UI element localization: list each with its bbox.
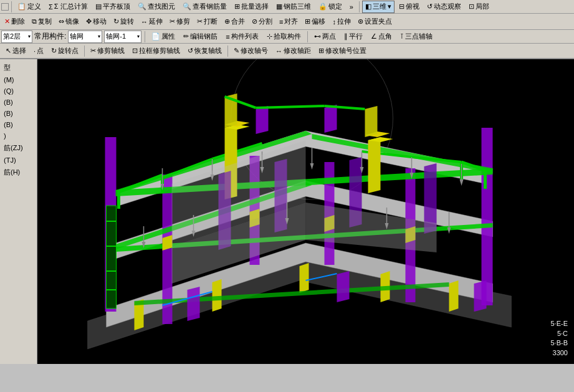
- parallel-button[interactable]: ∥ 平行: [341, 31, 366, 43]
- sidebar-item-type[interactable]: 型: [1, 62, 36, 74]
- axis-indicator: 5·E-E 5·C 5·B-B 3300: [550, 319, 568, 358]
- sidebar-item-tj[interactable]: (TJ): [1, 155, 36, 165]
- pin-button[interactable]: [1, 3, 9, 11]
- building-visualization: [37, 59, 574, 364]
- 3d-viewport[interactable]: 5·E-E 5·C 5·B-B 3300: [37, 59, 574, 364]
- frametrim-icon: ⊡: [132, 47, 138, 55]
- batch-icon: ⊞: [234, 2, 240, 11]
- extend-button[interactable]: 延伸: [138, 16, 166, 28]
- dynamic-obs-button[interactable]: ↺ 动态观察: [424, 1, 464, 13]
- restore-axis-button[interactable]: ↺ 恢复轴线: [184, 45, 225, 57]
- svg-marker-93: [325, 105, 337, 133]
- edit-axispos-button[interactable]: ⊞ 修改轴号位置: [315, 45, 370, 57]
- edit-rebar-button[interactable]: ✏ 编辑钢筋: [180, 31, 221, 43]
- edit-axisnumber-button[interactable]: ✎ 修改轴号: [231, 45, 271, 57]
- sidebar-item-q[interactable]: (Q): [1, 86, 36, 96]
- dynamic-icon: ↺: [427, 2, 433, 11]
- comptype-chevron-icon: ▾: [98, 34, 100, 39]
- mirror-button[interactable]: 镜像: [55, 16, 82, 28]
- properties-button[interactable]: 📄 属性: [148, 31, 178, 43]
- stretch-icon: [332, 18, 336, 26]
- sidebar-item-th[interactable]: 筋(H): [1, 166, 36, 178]
- find-icon: 🔍: [138, 2, 146, 11]
- copy-icon: [32, 17, 37, 26]
- sidebar-item-m[interactable]: (M): [1, 75, 36, 85]
- plan-view-button[interactable]: ⊟ 俯视: [396, 1, 423, 13]
- layer-chevron-icon: ▾: [28, 34, 31, 39]
- setpoint-button[interactable]: 设置夹点: [355, 16, 395, 28]
- separator5: [84, 45, 85, 57]
- lock-button[interactable]: 🔒 锁定: [315, 1, 345, 13]
- break-icon: ✂: [197, 17, 203, 26]
- sidebar-item-jzj[interactable]: 筋(ZJ): [1, 142, 36, 154]
- svg-marker-35: [368, 137, 381, 193]
- view-rebar-button[interactable]: 🔍 查看钢筋量: [179, 1, 230, 13]
- sidebar-item-close[interactable]: ): [1, 131, 36, 141]
- define-icon: 📋: [17, 2, 26, 11]
- svg-rect-9: [482, 128, 493, 187]
- copy-button[interactable]: 复制: [29, 16, 55, 28]
- steel3d-button[interactable]: ▦ 钢筋三维: [273, 1, 314, 13]
- twopoint-icon: ⊷: [314, 32, 321, 41]
- trimaxis-icon: ✂: [90, 47, 96, 55]
- point-button[interactable]: · 点: [31, 45, 47, 57]
- angle-icon: ∠: [371, 32, 377, 41]
- sum-button[interactable]: Σ Σ 汇总计算: [45, 1, 91, 13]
- break-button[interactable]: ✂ 打断: [194, 16, 221, 28]
- axis-grid-dropdown[interactable]: 轴网-1 ▾: [104, 31, 141, 43]
- frame-trim-button[interactable]: ⊡ 拉框修剪轴线: [129, 45, 183, 57]
- plan-icon: ⊟: [399, 2, 404, 11]
- restoreaxis-icon: ↺: [188, 47, 193, 55]
- trim-icon: [170, 17, 175, 26]
- component-list-button[interactable]: ≡ 构件列表: [222, 31, 261, 43]
- svg-marker-78: [449, 280, 459, 312]
- offset-button[interactable]: 偏移: [302, 16, 328, 28]
- pick-icon: ⊹: [267, 32, 272, 41]
- two-point-button[interactable]: ⊷ 两点: [311, 31, 339, 43]
- join-icon: [224, 17, 230, 26]
- three-point-aux-button[interactable]: ⊺ 三点辅轴: [397, 31, 436, 43]
- layer-dropdown[interactable]: 第2层 ▾: [1, 31, 32, 43]
- flatboard-button[interactable]: ▤ 平齐板顶: [92, 1, 133, 13]
- rotate-point-button[interactable]: ↻ 旋转点: [48, 45, 82, 57]
- lock-icon: 🔒: [318, 2, 327, 11]
- sidebar-item-b2[interactable]: (B): [1, 108, 36, 118]
- find-button[interactable]: 🔍 查找图元: [135, 1, 178, 13]
- svg-marker-76: [300, 263, 309, 293]
- local-view-button[interactable]: ⊡ 局部: [466, 1, 492, 13]
- point-icon: ·: [34, 47, 36, 55]
- rotate-button[interactable]: 旋转: [110, 16, 137, 28]
- local-icon: ⊡: [469, 2, 474, 11]
- 3d-view-button[interactable]: ◧ 三维▾: [362, 1, 395, 13]
- point-angle-button[interactable]: ∠ 点角: [368, 31, 395, 43]
- rebar-icon: 🔍: [183, 2, 191, 11]
- join-button[interactable]: 合并: [221, 16, 248, 28]
- component-type-dropdown[interactable]: 轴网 ▾: [68, 31, 102, 43]
- svg-marker-80: [188, 287, 200, 321]
- prop-icon: 📄: [151, 32, 160, 41]
- axis-label-3300: 3300: [550, 348, 568, 358]
- pick-component-button[interactable]: ⊹ 拾取构件: [264, 31, 304, 43]
- edit-axisdist-button[interactable]: ↔ 修改轴距: [272, 45, 314, 57]
- rotpoint-icon: ↻: [51, 47, 57, 55]
- define-button[interactable]: 📋 定义: [14, 1, 44, 13]
- split-button[interactable]: 分割: [249, 16, 275, 28]
- sidebar-item-b1[interactable]: (B): [1, 97, 36, 107]
- more-button1[interactable]: »: [347, 1, 356, 13]
- align-button[interactable]: 对齐: [276, 16, 301, 28]
- axisgrid-chevron-icon: ▾: [137, 34, 140, 39]
- separator3: [145, 31, 145, 42]
- trim-button[interactable]: 修剪: [166, 16, 193, 28]
- delete-button[interactable]: 删除: [1, 16, 28, 28]
- axisnumber-icon: ✎: [234, 47, 239, 55]
- trim-axis-button[interactable]: ✂ 修剪轴线: [87, 45, 128, 57]
- batch-select-button[interactable]: ⊞ 批量选择: [231, 1, 272, 13]
- stretch-button[interactable]: 拉伸: [329, 16, 354, 28]
- move-button[interactable]: 移动: [83, 16, 110, 28]
- threepoint-icon: ⊺: [400, 32, 404, 41]
- sidebar-item-b3[interactable]: (B): [1, 120, 36, 130]
- axis-label-bb: 5·B-B: [550, 338, 568, 348]
- parallel-icon: ∥: [344, 32, 348, 41]
- select-button[interactable]: ↖ 选择: [2, 45, 29, 57]
- separator2: [359, 1, 360, 12]
